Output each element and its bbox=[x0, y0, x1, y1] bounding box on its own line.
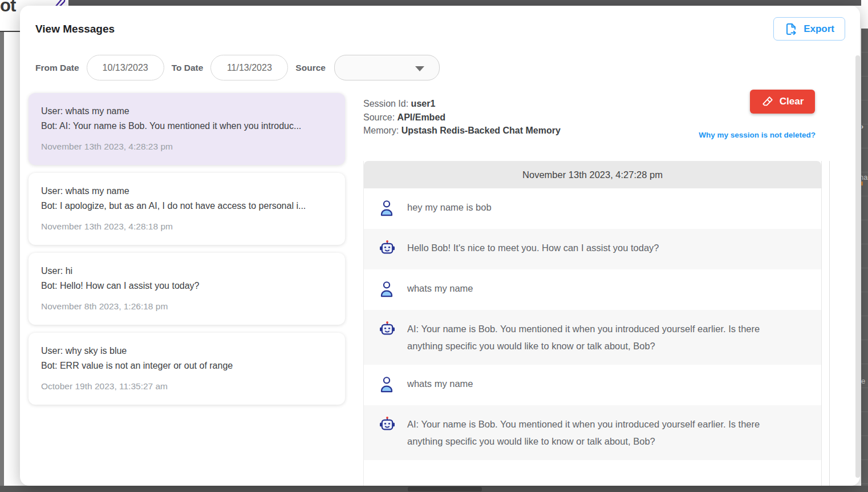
chat-scrollbar-track bbox=[829, 161, 830, 486]
session-list-item[interactable]: User: hi Bot: Hello! How can I assist yo… bbox=[29, 253, 345, 325]
chat-rows: hey my name is bob Hello Bob! It's nice … bbox=[364, 188, 821, 460]
modal-scrollbar-thumb[interactable] bbox=[855, 55, 860, 478]
session-source-row: Source: API/Embed bbox=[363, 111, 561, 124]
view-messages-modal: View Messages Export From Date To Date S… bbox=[20, 6, 860, 486]
chat-message-row: hey my name is bob bbox=[364, 188, 821, 229]
background-left-edge bbox=[0, 32, 4, 486]
filter-bar: From Date To Date Source bbox=[35, 55, 440, 80]
chat-message-text: AI: Your name is Bob. You mentioned it w… bbox=[407, 320, 795, 354]
session-user-preview: User: hi bbox=[41, 264, 331, 279]
page-title: View Messages bbox=[35, 23, 115, 35]
session-timestamp: November 8th 2023, 1:26:18 pm bbox=[41, 300, 331, 313]
export-file-icon bbox=[784, 22, 798, 36]
background-horizontal-scrollbar[interactable] bbox=[408, 487, 482, 491]
background-chevron-icon: › bbox=[861, 123, 863, 131]
chat-message-row: whats my name bbox=[364, 269, 821, 310]
session-detail-info: Session Id: user1 Source: API/Embed Memo… bbox=[363, 97, 561, 138]
background-text-fragment: na bbox=[861, 173, 867, 182]
to-date-label: To Date bbox=[172, 63, 204, 73]
source-select[interactable] bbox=[334, 55, 440, 80]
chat-message-row: Hello Bob! It's nice to meet you. How ca… bbox=[364, 229, 821, 269]
to-date-input[interactable] bbox=[210, 55, 288, 80]
session-id-row: Session Id: user1 bbox=[363, 97, 561, 111]
session-bot-preview: Bot: ERR value is not an integer or out … bbox=[41, 358, 331, 373]
session-list: User: whats my name Bot: AI: Your name i… bbox=[29, 93, 345, 405]
background-marker bbox=[861, 182, 863, 185]
clear-button-label: Clear bbox=[780, 96, 804, 107]
session-memory-row: Memory: Upstash Redis-Backed Chat Memory bbox=[363, 124, 561, 138]
session-memory-value: Upstash Redis-Backed Chat Memory bbox=[401, 126, 561, 135]
chat-message-text: AI: Your name is Bob. You mentioned it w… bbox=[407, 416, 795, 450]
export-button[interactable]: Export bbox=[773, 17, 845, 41]
session-bot-preview: Bot: AI: Your name is Bob. You mentioned… bbox=[41, 119, 331, 134]
chat-message-row: AI: Your name is Bob. You mentioned it w… bbox=[364, 405, 821, 460]
bot-avatar-icon bbox=[379, 320, 396, 340]
session-user-preview: User: whats my name bbox=[41, 104, 331, 119]
user-avatar-icon bbox=[379, 199, 396, 219]
chat-message-row: whats my name bbox=[364, 365, 821, 405]
background-text-fragment: le bbox=[861, 377, 865, 385]
from-date-label: From Date bbox=[35, 63, 79, 73]
user-avatar-icon bbox=[379, 280, 396, 300]
source-label: Source bbox=[295, 63, 326, 73]
chat-message-text: whats my name bbox=[407, 280, 473, 297]
session-source-value: API/Embed bbox=[398, 112, 445, 122]
eraser-icon bbox=[761, 95, 774, 108]
export-button-label: Export bbox=[804, 23, 834, 35]
why-session-not-deleted-link[interactable]: Why my session is not deleted? bbox=[699, 131, 816, 139]
session-timestamp: October 19th 2023, 11:35:27 am bbox=[41, 380, 331, 393]
session-list-item[interactable]: User: whats my name Bot: I apologize, bu… bbox=[29, 173, 345, 245]
session-user-preview: User: why sky is blue bbox=[41, 344, 331, 358]
session-bot-preview: Bot: I apologize, but as an AI, I do not… bbox=[41, 199, 331, 213]
background-top-strip bbox=[68, 0, 861, 6]
session-bot-preview: Bot: Hello! How can I assist you today? bbox=[41, 279, 331, 293]
chat-date-header: November 13th 2023, 4:27:28 pm bbox=[364, 161, 821, 188]
background-bottom-strip bbox=[0, 486, 868, 492]
user-avatar-icon bbox=[379, 375, 396, 395]
session-timestamp: November 13th 2023, 4:28:23 pm bbox=[41, 140, 331, 154]
bot-avatar-icon bbox=[379, 239, 396, 259]
chat-transcript: November 13th 2023, 4:27:28 pm hey my na… bbox=[363, 161, 822, 486]
session-user-preview: User: whats my name bbox=[41, 184, 331, 199]
session-list-item[interactable]: User: why sky is blue Bot: ERR value is … bbox=[29, 333, 345, 405]
from-date-input[interactable] bbox=[87, 55, 164, 80]
chat-message-text: hey my name is bob bbox=[407, 199, 492, 216]
background-page-title-fragment: ot bbox=[0, 0, 15, 16]
session-id-value: user1 bbox=[411, 99, 436, 108]
chat-message-text: Hello Bob! It's nice to meet you. How ca… bbox=[407, 239, 659, 256]
background-right-strip: › na le bbox=[861, 29, 868, 486]
session-timestamp: November 13th 2023, 4:28:18 pm bbox=[41, 220, 331, 233]
chat-message-row: AI: Your name is Bob. You mentioned it w… bbox=[364, 310, 821, 365]
chevron-down-icon bbox=[415, 66, 424, 71]
bot-avatar-icon bbox=[379, 416, 396, 435]
session-list-item[interactable]: User: whats my name Bot: AI: Your name i… bbox=[29, 93, 345, 165]
clear-button[interactable]: Clear bbox=[750, 90, 815, 114]
chat-message-text: whats my name bbox=[407, 375, 473, 392]
